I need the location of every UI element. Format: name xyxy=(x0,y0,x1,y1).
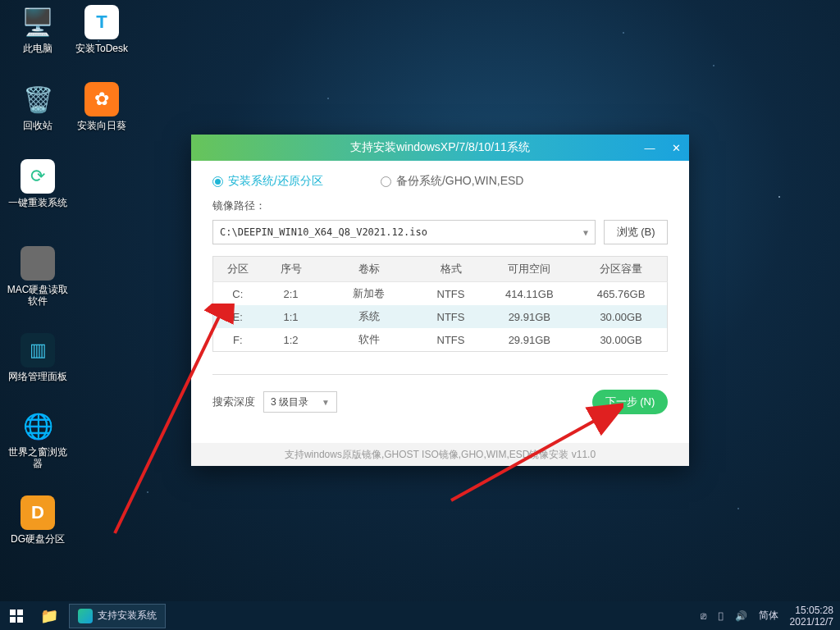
desktop-icon-world-browser[interactable]: 🌐世界之窗浏览器 xyxy=(7,409,69,469)
dropdown-icon: ▼ xyxy=(322,398,330,407)
next-button[interactable]: 下一步 (N) xyxy=(592,390,668,414)
svg-rect-3 xyxy=(17,609,23,615)
table-row[interactable]: E:1:1系统NTFS29.91GB30.00GB xyxy=(213,305,668,328)
window-title: 支持安装windowsXP/7/8/10/11系统 xyxy=(350,140,530,155)
radio-icon xyxy=(212,176,223,187)
radio-icon xyxy=(381,176,391,187)
desktop-icon-macdisk[interactable]: MAC硬盘读取软件 xyxy=(7,246,69,307)
radio-backup[interactable]: 备份系统/GHO,WIN,ESD xyxy=(381,174,524,189)
path-label: 镜像路径： xyxy=(212,199,668,213)
desktop-icon-this-pc[interactable]: 🖥️此电脑 xyxy=(7,5,69,54)
file-explorer-button[interactable]: 📁 xyxy=(33,601,66,630)
iso-path-select[interactable]: C:\DEEPIN_WIN10_X64_Q8_V2021.12.iso ▼ xyxy=(212,220,596,244)
desktop-icon-dg[interactable]: DDG硬盘分区 xyxy=(7,495,69,545)
search-depth-select[interactable]: 3 级目录▼ xyxy=(263,391,337,413)
desktop-icon-sunflower[interactable]: ✿安装向日葵 xyxy=(71,82,133,131)
installer-body: 安装系统/还原分区 备份系统/GHO,WIN,ESD 镜像路径： C:\DEEP… xyxy=(191,161,689,443)
taskbar-item-installer[interactable]: 支持安装系统 xyxy=(69,604,166,628)
taskbar-app-icon xyxy=(78,609,93,623)
tray-volume-icon[interactable]: 🔊 xyxy=(735,610,747,622)
installer-footer: 支持windows原版镜像,GHOST ISO镜像,GHO,WIM,ESD镜像安… xyxy=(191,443,689,466)
tray-network-icon[interactable]: ⎚ xyxy=(701,610,706,622)
desktop-icon-oneclick[interactable]: ⟳一键重装系统 xyxy=(7,159,69,208)
taskbar-clock[interactable]: 15:05:28 2021/12/7 xyxy=(790,605,833,628)
taskbar: 📁 支持安装系统 ⎚ ⌷ 🔊 简体 15:05:28 2021/12/7 xyxy=(0,601,840,630)
installer-window: 支持安装windowsXP/7/8/10/11系统 — ✕ 安装系统/还原分区 … xyxy=(191,135,689,466)
ime-indicator[interactable]: 简体 xyxy=(759,609,778,623)
radio-install-restore[interactable]: 安装系统/还原分区 xyxy=(212,174,323,189)
table-row[interactable]: F:1:2软件NTFS29.91GB30.00GB xyxy=(213,328,668,352)
dropdown-icon: ▼ xyxy=(583,228,588,237)
tray-action-icon[interactable]: ⌷ xyxy=(718,610,724,622)
start-button[interactable] xyxy=(0,601,33,630)
minimize-button[interactable]: — xyxy=(637,135,663,161)
iso-path-value: C:\DEEPIN_WIN10_X64_Q8_V2021.12.iso xyxy=(220,226,427,238)
svg-rect-2 xyxy=(10,609,16,615)
table-row[interactable]: C:2:1新加卷NTFS414.11GB465.76GB xyxy=(213,282,668,306)
partition-table: 分区 序号 卷标 格式 可用空间 分区容量 C:2:1新加卷NTFS414.11… xyxy=(212,256,668,352)
svg-rect-5 xyxy=(17,617,23,623)
desktop-icon-netpanel[interactable]: ▥网络管理面板 xyxy=(7,333,69,382)
svg-rect-4 xyxy=(10,617,16,623)
system-tray: ⎚ ⌷ 🔊 简体 15:05:28 2021/12/7 xyxy=(701,605,840,628)
desktop-icon-recycle[interactable]: 🗑️回收站 xyxy=(7,82,69,131)
desktop-icon-todesk[interactable]: T安装ToDesk xyxy=(71,5,133,54)
depth-label: 搜索深度 xyxy=(212,395,255,409)
browse-button[interactable]: 浏览 (B) xyxy=(604,220,668,244)
close-button[interactable]: ✕ xyxy=(663,135,689,161)
titlebar: 支持安装windowsXP/7/8/10/11系统 — ✕ xyxy=(191,135,689,161)
